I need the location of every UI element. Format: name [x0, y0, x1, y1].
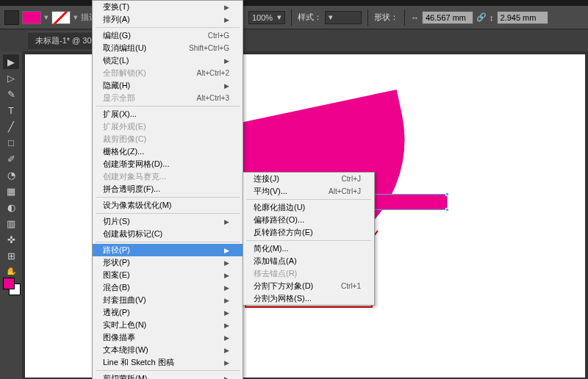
menu-item[interactable]: 拼合透明度(F)...	[93, 183, 243, 195]
menu-item: 全部解锁(K)Alt+Ctrl+2	[93, 67, 243, 79]
menu-item[interactable]: 创建渐变网格(D)...	[93, 158, 243, 170]
menu-item[interactable]: 分割为网格(S)...	[243, 292, 374, 305]
style2-dropdown[interactable]: ▾	[325, 11, 362, 24]
document-tabs: 未标题-1* @ 300%	[0, 29, 588, 51]
tool-10[interactable]: ▥	[3, 216, 19, 231]
menu-item[interactable]: 剪切蒙版(M)▶	[93, 372, 243, 379]
style-label: 样式：	[298, 12, 322, 23]
tool-0[interactable]: ▶	[3, 54, 19, 69]
menu-item[interactable]: 切片(S)▶	[93, 215, 243, 228]
height-icon: ↕	[490, 13, 494, 22]
menu-item[interactable]: 路径(P)▶	[93, 244, 243, 256]
menu-item: 移去锚点(R)	[243, 267, 374, 280]
menu-item[interactable]: 变换(T)▶	[93, 1, 243, 13]
tool-6[interactable]: ✐	[3, 151, 19, 166]
color-picker[interactable]	[0, 275, 22, 298]
menu-item: 显示全部Alt+Ctrl+3	[93, 92, 243, 104]
tool-5[interactable]: □	[3, 135, 19, 150]
tools-panel: ▶▷✎T╱□✐◔▦◐▥✜⊞✋Q	[0, 51, 22, 379]
menu-item[interactable]: 形状(P)▶	[93, 256, 243, 269]
tool-11[interactable]: ✜	[3, 232, 19, 247]
menu-item[interactable]: 排列(A)▶	[93, 13, 243, 26]
shape-label: 形状：	[374, 12, 398, 23]
tool-icon[interactable]	[4, 10, 19, 25]
menu-item[interactable]: 取消编组(U)Shift+Ctrl+G	[93, 42, 243, 54]
tool-9[interactable]: ◐	[3, 200, 19, 214]
link-icon[interactable]: 🔗	[476, 12, 487, 22]
object-menu: 变换(T)▶排列(A)▶编组(G)Ctrl+G取消编组(U)Shift+Ctrl…	[92, 0, 243, 379]
menu-item: 裁剪图像(C)	[93, 133, 243, 145]
path-submenu: 连接(J)Ctrl+J平均(V)...Alt+Ctrl+J轮廓化描边(U)偏移路…	[243, 172, 375, 306]
control-toolbar: ▾ ▾ 描边： 1 pt —— 基本▾ 不透明度： 100%▾ 样式： ▾ 形状…	[0, 6, 588, 29]
menu-item[interactable]: 文本绕排(W)▶	[93, 344, 243, 356]
menu-item[interactable]: 添加锚点(A)	[243, 255, 374, 267]
menu-item[interactable]: 偏移路径(O)...	[243, 214, 374, 226]
width-icon: ↔	[411, 13, 419, 22]
tool-4[interactable]: ╱	[3, 119, 19, 134]
tool-8[interactable]: ▦	[3, 184, 19, 198]
menu-item[interactable]: 编组(G)Ctrl+G	[93, 29, 243, 42]
tool-3[interactable]: T	[3, 103, 19, 118]
menu-item[interactable]: 创建裁切标记(C)	[93, 228, 243, 240]
stroke-color[interactable]	[51, 11, 71, 24]
menu-item[interactable]: 扩展(X)...	[93, 108, 243, 120]
height-input[interactable]: 2.945 mm	[497, 11, 548, 24]
foreground-color[interactable]	[3, 278, 15, 289]
menu-item[interactable]: 栅格化(Z)...	[93, 145, 243, 158]
menu-item[interactable]: 简化(M)...	[243, 242, 374, 255]
menu-item[interactable]: 锁定(L)▶	[93, 54, 243, 67]
menu-item[interactable]: 分割下方对象(D)Ctrl+1	[243, 280, 374, 292]
menu-item[interactable]: 图像描摹▶	[93, 331, 243, 344]
tool-12[interactable]: ⊞	[3, 248, 19, 263]
menu-item[interactable]: 封套扭曲(V)▶	[93, 294, 243, 306]
tool-1[interactable]: ▷	[3, 71, 19, 85]
opacity-dropdown[interactable]: 100%▾	[248, 11, 285, 24]
stroke-dropdown-icon[interactable]: ▾	[74, 12, 78, 22]
tool-7[interactable]: ◔	[3, 167, 19, 182]
fill-dropdown-icon[interactable]: ▾	[44, 12, 49, 22]
menu-item[interactable]: 轮廓化描边(U)	[243, 201, 374, 214]
menu-item[interactable]: 混合(B)▶	[93, 281, 243, 294]
fill-color[interactable]	[22, 11, 41, 24]
menu-item: 扩展外观(E)	[93, 120, 243, 133]
menu-item[interactable]: 透视(P)▶	[93, 306, 243, 319]
width-input[interactable]: 46.567 mm	[422, 11, 473, 24]
menu-item[interactable]: 平均(V)...Alt+Ctrl+J	[243, 185, 374, 198]
window-titlebar	[0, 0, 588, 6]
menu-item[interactable]: Line 和 Sketch 图稿▶	[93, 356, 243, 369]
menu-item[interactable]: 反转路径方向(E)	[243, 226, 374, 239]
menu-item[interactable]: 实时上色(N)▶	[93, 319, 243, 331]
menu-item[interactable]: 隐藏(H)▶	[93, 79, 243, 92]
menu-item[interactable]: 图案(E)▶	[93, 269, 243, 281]
menu-item[interactable]: 设为像素级优化(M)	[93, 199, 243, 212]
menu-item[interactable]: 连接(J)Ctrl+J	[243, 173, 374, 185]
menu-item: 创建对象马赛克...	[93, 170, 243, 183]
tool-2[interactable]: ✎	[3, 87, 19, 101]
